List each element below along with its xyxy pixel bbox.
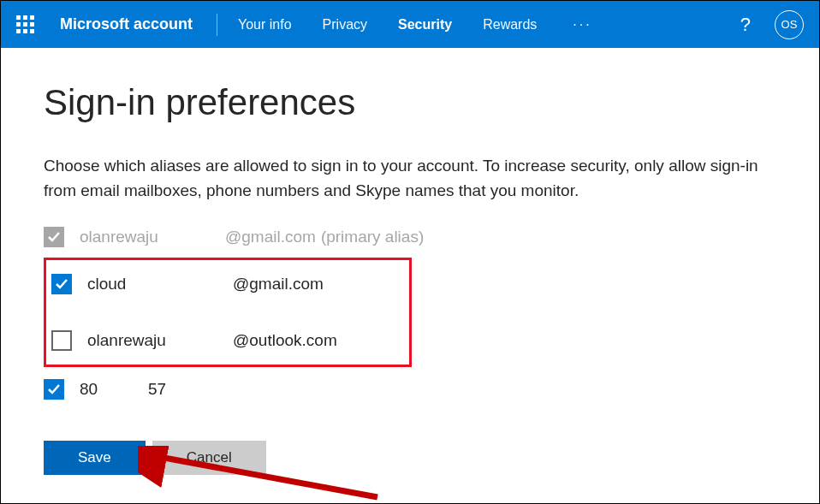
nav-your-info[interactable]: Your info xyxy=(238,17,292,33)
nav-rewards[interactable]: Rewards xyxy=(483,17,537,33)
checkbox-disabled-icon xyxy=(44,227,64,247)
help-icon[interactable]: ? xyxy=(740,14,751,36)
nav-security[interactable]: Security xyxy=(398,17,452,33)
app-launcher-icon[interactable] xyxy=(16,15,34,33)
alias-name: 80 xyxy=(80,380,148,399)
header-right: ? OS xyxy=(740,10,804,39)
alias-domain: @outlook.com xyxy=(233,331,337,350)
alias-row: cloud @gmail.com xyxy=(51,267,404,301)
brand-label[interactable]: Microsoft account xyxy=(60,15,193,33)
cancel-button[interactable]: Cancel xyxy=(152,441,266,475)
avatar[interactable]: OS xyxy=(775,10,804,39)
nav-privacy[interactable]: Privacy xyxy=(323,17,367,33)
top-nav: Your info Privacy Security Rewards ··· xyxy=(238,17,740,33)
alias-suffix: (primary alias) xyxy=(321,228,424,246)
alias-row: 80 57 xyxy=(44,372,776,406)
alias-name: olanrewaju xyxy=(80,228,225,246)
checkbox-unchecked-icon[interactable] xyxy=(51,330,72,351)
checkbox-checked-icon[interactable] xyxy=(51,274,72,294)
save-button[interactable]: Save xyxy=(44,441,146,475)
button-row: Save Cancel xyxy=(44,441,776,475)
nav-more-icon[interactable]: ··· xyxy=(573,17,591,33)
alias-domain: @gmail.com xyxy=(225,228,316,246)
alias-name: olanrewaju xyxy=(87,331,233,350)
alias-domain: 57 xyxy=(148,380,166,399)
highlight-annotation: cloud @gmail.com olanrewaju @outlook.com xyxy=(44,258,412,367)
page-description: Choose which aliases are allowed to sign… xyxy=(44,154,763,203)
checkbox-checked-icon[interactable] xyxy=(44,379,64,400)
header-bar: Microsoft account Your info Privacy Secu… xyxy=(1,1,819,48)
main-content: Sign-in preferences Choose which aliases… xyxy=(1,48,819,504)
alias-row-primary: olanrewaju @gmail.com (primary alias) xyxy=(44,220,776,254)
alias-row: olanrewaju @outlook.com xyxy=(51,323,404,358)
page-title: Sign-in preferences xyxy=(44,82,776,123)
alias-domain: @gmail.com xyxy=(233,275,324,294)
header-divider xyxy=(217,14,217,36)
alias-list: olanrewaju @gmail.com (primary alias) cl… xyxy=(44,220,776,406)
alias-name: cloud xyxy=(87,275,233,294)
